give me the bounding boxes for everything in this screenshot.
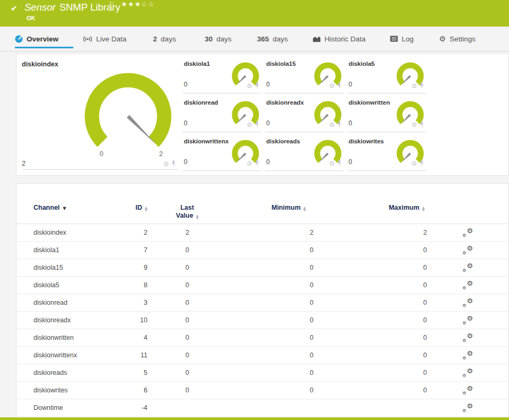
cell-channel: diskiowrites xyxy=(16,387,123,394)
main-gauge-dial xyxy=(78,68,179,161)
tab-historic-data[interactable]: Historic Data xyxy=(312,27,366,51)
gauge-title: diskiola5 xyxy=(349,61,375,67)
column-header-channel[interactable]: Channel▼ xyxy=(16,204,123,212)
cell-minimum: 0 xyxy=(227,264,313,271)
cell-actions: ⚙ ⚙ xyxy=(427,263,508,273)
page-title-prefix: Sensor xyxy=(24,2,56,13)
channel-settings-gears-icon[interactable]: ⚙ ⚙ xyxy=(462,385,473,394)
channel-settings-gears-icon[interactable]: ⚙ ⚙ xyxy=(462,350,473,359)
table-row[interactable]: diskionread 3 0 0 0 ⚙ ⚙ xyxy=(16,294,508,312)
log-list-icon xyxy=(390,36,398,42)
tab-overview[interactable]: Overview xyxy=(15,27,73,51)
tab-live-data[interactable]: Live Data xyxy=(83,27,126,51)
gear-icon[interactable]: ⚙ xyxy=(163,161,169,167)
tab-30-days-number: 30 xyxy=(205,35,213,43)
tab-log[interactable]: Log xyxy=(390,27,414,51)
gear-icon[interactable]: ⚙ xyxy=(247,122,252,128)
cell-maximum: 0 xyxy=(313,387,427,394)
table-row[interactable]: diskionreadx 10 0 0 0 ⚙ ⚙ xyxy=(16,312,508,329)
cell-maximum: 0 xyxy=(313,316,427,324)
pin-icon[interactable] xyxy=(254,159,260,168)
cell-id: 6 xyxy=(123,387,148,394)
channel-settings-gears-icon[interactable]: ⚙ ⚙ xyxy=(462,315,473,324)
cell-maximum: 0 xyxy=(313,264,427,271)
gauge-tile: diskiowrites 0 ⚙ xyxy=(347,134,426,171)
gear-icon[interactable]: ⚙ xyxy=(411,122,417,128)
pin-icon[interactable] xyxy=(254,120,260,130)
table-row[interactable]: Downtime -4 ⚙ ⚙ xyxy=(16,399,508,417)
channel-settings-gears-icon[interactable]: ⚙ ⚙ xyxy=(462,245,473,254)
table-row[interactable]: diskionwritten 4 0 0 0 ⚙ ⚙ xyxy=(16,329,508,347)
cell-actions: ⚙ ⚙ xyxy=(427,280,508,290)
column-header-minimum[interactable]: Minimum▲▼ xyxy=(227,204,313,212)
channel-settings-gears-icon[interactable]: ⚙ ⚙ xyxy=(462,368,473,376)
gauge-tile: diskionwritten 0 ⚙ xyxy=(347,95,426,132)
small-gauges-grid: diskiola1 0 ⚙ diskiola15 xyxy=(183,54,508,175)
cell-id: 5 xyxy=(123,369,148,376)
column-header-last-value[interactable]: Last Value▲▼ xyxy=(148,204,227,220)
pin-icon[interactable] xyxy=(419,120,425,130)
gauges-panel: diskioindex 0 2 2 ⚙ diskiola1 0 xyxy=(16,53,509,176)
tab-30-days-label: days xyxy=(216,35,232,43)
pin-icon[interactable] xyxy=(419,159,425,168)
gear-icon[interactable]: ⚙ xyxy=(411,160,417,167)
cell-id: 11 xyxy=(123,352,148,359)
pin-icon[interactable] xyxy=(337,81,342,91)
gear-icon[interactable]: ⚙ xyxy=(329,83,335,89)
sort-desc-icon: ▼ xyxy=(63,206,66,211)
cell-actions: ⚙ ⚙ xyxy=(427,350,508,361)
column-header-maximum[interactable]: Maximum▲▼ xyxy=(313,204,427,212)
table-row[interactable]: diskioreads 5 0 0 0 ⚙ ⚙ xyxy=(16,364,508,382)
cell-last-value: 0 xyxy=(148,334,227,341)
column-header-id[interactable]: ID▲▼ xyxy=(123,204,148,212)
tab-2-days[interactable]: 2 days xyxy=(153,27,176,51)
gauge-value: 0 xyxy=(349,81,352,88)
status-badge: OK xyxy=(27,15,36,21)
table-row[interactable]: diskiola5 8 0 0 0 ⚙ ⚙ xyxy=(16,277,508,294)
flag-icon[interactable]: ⚐ xyxy=(109,1,115,8)
cell-id: 7 xyxy=(123,246,148,254)
tab-365-days[interactable]: 365 days xyxy=(257,27,288,51)
table-row[interactable]: diskionwrittenx 11 0 0 0 ⚙ ⚙ xyxy=(16,347,508,364)
gear-icon[interactable]: ⚙ xyxy=(329,160,335,167)
pin-icon[interactable] xyxy=(171,159,176,169)
priority-stars[interactable]: ★★★☆☆ xyxy=(121,0,155,8)
gauge-title: diskiowrites xyxy=(349,138,384,144)
gauge-title: diskiola1 xyxy=(184,61,210,67)
cell-maximum: 0 xyxy=(313,369,427,376)
gauge-value: 0 xyxy=(184,158,188,166)
cell-id: 3 xyxy=(123,299,148,306)
gear-icon[interactable]: ⚙ xyxy=(247,83,252,89)
channel-settings-gears-icon[interactable]: ⚙ ⚙ xyxy=(462,263,473,271)
cell-minimum: 0 xyxy=(227,334,313,341)
pin-icon[interactable] xyxy=(254,81,260,91)
cell-id: 10 xyxy=(123,316,148,324)
tab-30-days[interactable]: 30 days xyxy=(205,27,232,51)
cell-last-value: 0 xyxy=(148,352,227,359)
gear-icon[interactable]: ⚙ xyxy=(411,83,417,89)
pin-icon[interactable] xyxy=(337,159,342,168)
gear-icon[interactable]: ⚙ xyxy=(329,122,335,128)
gauge-tile: diskiola1 0 ⚙ xyxy=(183,56,261,93)
table-row[interactable]: diskiowrites 6 0 0 0 ⚙ ⚙ xyxy=(16,382,508,399)
cell-last-value: 0 xyxy=(148,281,227,289)
cell-actions: ⚙ ⚙ xyxy=(427,245,508,255)
channel-settings-gears-icon[interactable]: ⚙ ⚙ xyxy=(462,403,473,412)
table-row[interactable]: diskiola1 7 0 0 0 ⚙ ⚙ xyxy=(16,242,508,259)
channel-settings-gears-icon[interactable]: ⚙ ⚙ xyxy=(462,228,473,236)
channel-settings-gears-icon[interactable]: ⚙ ⚙ xyxy=(462,333,473,341)
tab-settings[interactable]: ⚙ Settings xyxy=(439,27,476,51)
cell-channel: diskionwrittenx xyxy=(16,352,123,359)
tab-settings-label: Settings xyxy=(449,35,476,43)
channel-settings-gears-icon[interactable]: ⚙ ⚙ xyxy=(462,280,473,289)
gear-icon[interactable]: ⚙ xyxy=(247,160,252,167)
pin-icon[interactable] xyxy=(337,120,342,130)
cell-actions: ⚙ ⚙ xyxy=(427,368,508,378)
channel-settings-gears-icon[interactable]: ⚙ ⚙ xyxy=(462,298,473,306)
table-row[interactable]: diskiola15 9 0 0 0 ⚙ ⚙ xyxy=(16,259,508,277)
tab-2-days-number: 2 xyxy=(153,35,157,43)
pin-icon[interactable] xyxy=(419,81,425,91)
table-header-row: Channel▼ ID▲▼ Last Value▲▼ Minimum▲▼ Max… xyxy=(16,204,508,224)
tab-bar: Overview Live Data 2 days 30 days 365 da… xyxy=(0,27,509,52)
table-row[interactable]: diskioindex 2 2 2 2 ⚙ ⚙ xyxy=(16,224,508,242)
